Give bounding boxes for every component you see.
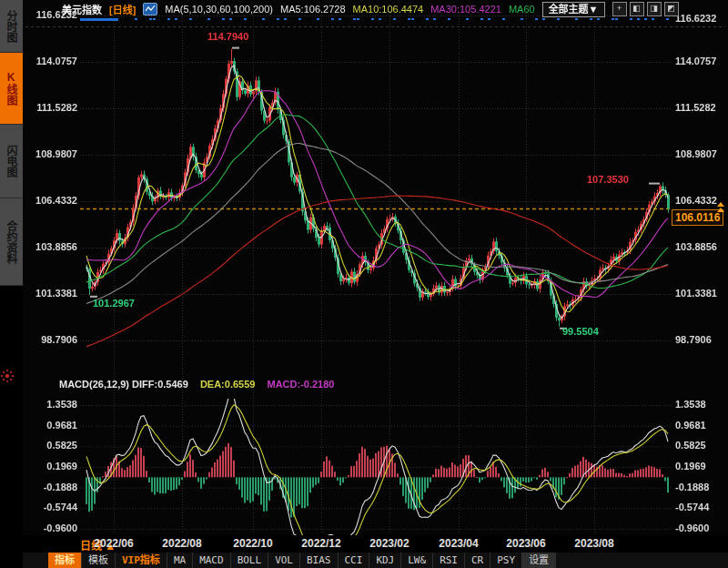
tool-cr[interactable]: CR [465, 553, 490, 568]
y-axis-label: 101.3381 [26, 288, 77, 299]
macd-axis-label: 1.3538 [30, 399, 77, 410]
macd-axis-label: -0.9600 [675, 522, 723, 533]
tool-indicator[interactable]: 指标 [48, 553, 82, 568]
macd-axis-label: 0.9681 [675, 420, 723, 431]
chart-canvas[interactable] [23, 0, 728, 535]
macd-axis-label: -0.1888 [30, 482, 77, 492]
annotation-recent-high: 107.3530 [587, 174, 629, 185]
macd-params-label: MACD(26,12,9) DIFF:0.5469 [59, 379, 188, 390]
x-axis-date: 2022/10 [224, 537, 282, 550]
chart-app: 分时图 K线图 闪电图 合约资料 美元指数 [日线] MA(5,10,30,60… [0, 0, 728, 568]
tool-boll[interactable]: BOLL [231, 553, 269, 568]
tool-rsi[interactable]: RSI [433, 553, 465, 568]
y-axis-label: 108.9807 [26, 148, 77, 159]
macd-axis-label: -0.1888 [675, 482, 723, 492]
alert-sun-icon[interactable] [5, 374, 9, 378]
tool-cci[interactable]: CCI [339, 553, 370, 568]
sidebar-item-lightning-chart[interactable]: 闪电图 [0, 125, 23, 198]
x-axis-date: 2023/06 [497, 537, 555, 550]
tool-psy[interactable]: PSY [490, 553, 522, 568]
annotation-low-2022: 101.2967 [93, 298, 135, 309]
y-axis-label: 98.7906 [26, 334, 77, 345]
annotation-low-2023: 99.5504 [562, 326, 599, 337]
macd-axis-label: 0.1969 [675, 461, 723, 472]
x-axis-date: 2022/12 [292, 537, 350, 550]
x-axis-date: 2022/06 [85, 537, 143, 550]
price-up-arrows-icon [717, 202, 724, 213]
tool-vol[interactable]: VOL [268, 553, 300, 568]
macd-hist-value: MACD:-0.2180 [268, 379, 335, 390]
tool-kdj[interactable]: KDJ [369, 553, 401, 568]
tool-lwr[interactable]: LW& [401, 553, 433, 568]
topbar-icon-group: + ◧ ◨ ◩ [612, 2, 679, 16]
ma5-value: MA5:106.2728 [280, 4, 346, 15]
macd-axis-label: -0.5744 [30, 502, 77, 512]
tool-macd[interactable]: MACD [193, 553, 231, 568]
sidebar: 分时图 K线图 闪电图 合约资料 [0, 0, 23, 568]
x-axis-row: 日线 ▲ 2022/06 2022/08 2022/10 2022/12 202… [23, 535, 728, 553]
macd-axis-label: -0.9600 [30, 522, 77, 533]
ma60-value: MA60 [509, 4, 535, 15]
pane-left-icon[interactable]: ◧ [630, 2, 644, 16]
macd-dea-value: DEA:0.6559 [200, 379, 256, 390]
topbar: 美元指数 [日线] MA(5,10,30,60,100,200) MA5:106… [62, 2, 679, 16]
symbol-title: 美元指数 [62, 2, 102, 16]
sidebar-item-contract-info[interactable]: 合约资料 [0, 198, 23, 286]
y-axis-label: 108.9807 [675, 148, 726, 159]
x-axis-date: 2022/08 [153, 537, 211, 550]
x-axis-date: 2023/08 [565, 537, 623, 550]
y-axis-label: 111.5282 [26, 102, 77, 113]
theme-dropdown-button[interactable]: 全部主题▼ [542, 2, 605, 17]
y-axis-label: 103.8856 [675, 241, 726, 252]
sidebar-item-time-chart[interactable]: 分时图 [0, 0, 23, 53]
macd-header: MACD(26,12,9) DIFF:0.5469 DEA:0.6559 MAC… [59, 379, 334, 390]
tool-settings[interactable]: 设置 [522, 553, 556, 568]
tool-ma[interactable]: MA [167, 553, 193, 568]
ma-group-label: MA(5,10,30,60,100,200) [165, 4, 273, 15]
macd-axis-label: 0.5825 [30, 440, 77, 451]
y-axis-label: 116.6232 [675, 13, 726, 24]
x-axis-date: 2023/02 [360, 537, 419, 550]
macd-axis-label: 0.9681 [30, 420, 77, 431]
macd-axis-label: 0.1969 [30, 461, 77, 472]
y-axis-label: 101.3381 [675, 288, 726, 299]
indicator-toolbar: 指标 模板 VIP指标 MA MACD BOLL VOL BIAS CCI KD… [23, 553, 728, 568]
tool-vip-indicator[interactable]: VIP指标 [116, 553, 167, 568]
ma30-value: MA30:105.4221 [430, 4, 501, 15]
chart-type-icon[interactable] [143, 3, 157, 15]
sidebar-item-kline-chart[interactable]: K线图 [0, 53, 23, 125]
macd-axis-label: 1.3538 [675, 399, 723, 410]
last-price-badge: 106.0116 [672, 209, 723, 226]
pane-right-icon[interactable]: ◨ [647, 2, 662, 16]
tool-template[interactable]: 模板 [82, 553, 116, 568]
crosshair-icon[interactable]: + [612, 2, 627, 16]
y-axis-label: 114.0757 [675, 56, 726, 66]
ma10-value: MA10:106.4474 [353, 4, 424, 15]
y-axis-label: 111.5282 [675, 102, 726, 113]
period-tag: [日线] [109, 2, 136, 16]
macd-axis-label: -0.5744 [675, 502, 723, 512]
pane-switch-icon[interactable]: ◩ [664, 2, 679, 16]
y-axis-label: 106.4332 [26, 195, 77, 206]
macd-axis-label: 0.5825 [675, 440, 723, 451]
y-axis-label: 103.8856 [26, 241, 77, 252]
tool-bias[interactable]: BIAS [300, 553, 339, 568]
y-axis-label: 98.7906 [675, 334, 726, 345]
x-axis-date: 2023/04 [430, 537, 488, 550]
y-axis-label: 114.0757 [26, 56, 77, 66]
annotation-peak-high: 114.7940 [207, 31, 248, 42]
